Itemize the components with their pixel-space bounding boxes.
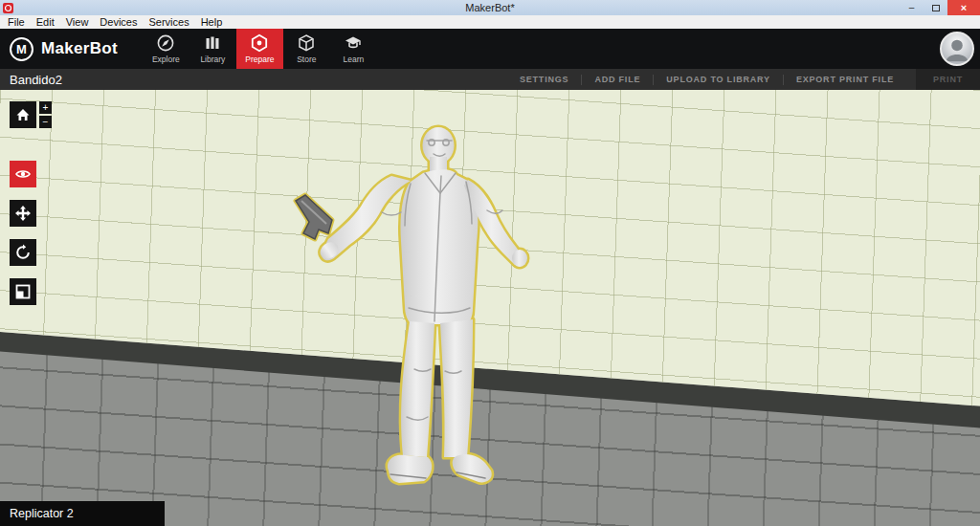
settings-button[interactable]: SETTINGS bbox=[507, 69, 581, 90]
nav-explore[interactable]: Explore bbox=[143, 29, 189, 69]
titlebar[interactable]: MakerBot* – × bbox=[0, 0, 980, 15]
project-bar: Bandido2 SETTINGS ADD FILE UPLOAD TO LIB… bbox=[0, 69, 980, 90]
nav-label: Store bbox=[297, 55, 316, 64]
person-icon bbox=[942, 33, 972, 64]
printer-name: Replicator 2 bbox=[0, 507, 74, 520]
project-title: Bandido2 bbox=[0, 73, 62, 87]
move-tool-button[interactable] bbox=[10, 200, 36, 227]
scale-icon bbox=[14, 283, 32, 300]
rotate-icon bbox=[14, 244, 32, 261]
home-view-button[interactable] bbox=[10, 101, 36, 128]
nav-items: Explore Library Prepare Store Learn bbox=[143, 29, 377, 69]
makerbot-app-icon bbox=[3, 3, 13, 13]
add-file-button[interactable]: ADD FILE bbox=[582, 69, 653, 90]
nav-store[interactable]: Store bbox=[283, 29, 330, 69]
cube-icon bbox=[297, 33, 316, 53]
project-actions: SETTINGS ADD FILE UPLOAD TO LIBRARY EXPO… bbox=[507, 69, 980, 90]
menu-edit[interactable]: Edit bbox=[31, 15, 60, 29]
user-avatar[interactable] bbox=[940, 32, 974, 66]
makerbot-logo-icon: M bbox=[10, 37, 33, 61]
view-tool-button[interactable] bbox=[10, 161, 36, 187]
move-arrows-icon bbox=[14, 205, 32, 222]
window-title: MakerBot* bbox=[465, 2, 514, 13]
brand-name: MakerBot bbox=[41, 39, 118, 58]
books-icon bbox=[203, 33, 222, 53]
maximize-button[interactable] bbox=[924, 0, 947, 15]
app-window: MakerBot* – × File Edit View Devices Ser… bbox=[0, 0, 980, 526]
menu-help[interactable]: Help bbox=[195, 15, 229, 29]
zoom-out-button[interactable]: − bbox=[39, 116, 52, 128]
minimize-button[interactable]: – bbox=[900, 0, 924, 15]
zoom-in-button[interactable]: + bbox=[39, 101, 52, 114]
upload-to-library-button[interactable]: UPLOAD TO LIBRARY bbox=[654, 69, 783, 90]
nav-library[interactable]: Library bbox=[189, 29, 236, 69]
scale-tool-button[interactable] bbox=[10, 278, 36, 305]
viewport-tools: + − bbox=[10, 101, 54, 305]
home-icon bbox=[14, 106, 32, 123]
rotate-tool-button[interactable] bbox=[10, 239, 36, 266]
viewport-3d[interactable]: + − Replicator 2 bbox=[0, 90, 980, 526]
export-print-file-button[interactable]: EXPORT PRINT FILE bbox=[784, 69, 906, 90]
graduation-icon bbox=[344, 33, 363, 53]
menu-devices[interactable]: Devices bbox=[94, 15, 143, 29]
print-button[interactable]: PRINT bbox=[916, 69, 980, 90]
maximize-icon bbox=[932, 5, 940, 11]
makerbot-logo: M MakerBot bbox=[0, 29, 143, 69]
menu-file[interactable]: File bbox=[2, 15, 31, 29]
nav-label: Explore bbox=[152, 55, 180, 64]
printer-status-bar[interactable]: Replicator 2 bbox=[0, 501, 165, 526]
nav-learn[interactable]: Learn bbox=[330, 29, 377, 69]
main-toolbar: M MakerBot Explore Library Prepare Store bbox=[0, 29, 980, 69]
menu-services[interactable]: Services bbox=[143, 15, 194, 29]
nav-label: Prepare bbox=[245, 55, 274, 64]
close-button[interactable]: × bbox=[947, 0, 980, 15]
hexagon-prepare-icon bbox=[250, 33, 269, 53]
nav-label: Learn bbox=[344, 55, 365, 64]
compass-icon bbox=[156, 33, 175, 53]
menu-view[interactable]: View bbox=[60, 15, 95, 29]
nav-label: Library bbox=[200, 55, 225, 64]
nav-prepare[interactable]: Prepare bbox=[236, 29, 283, 69]
selected-model-figure[interactable] bbox=[282, 121, 550, 498]
menu-bar: File Edit View Devices Services Help bbox=[0, 15, 980, 29]
eye-icon bbox=[14, 165, 32, 183]
